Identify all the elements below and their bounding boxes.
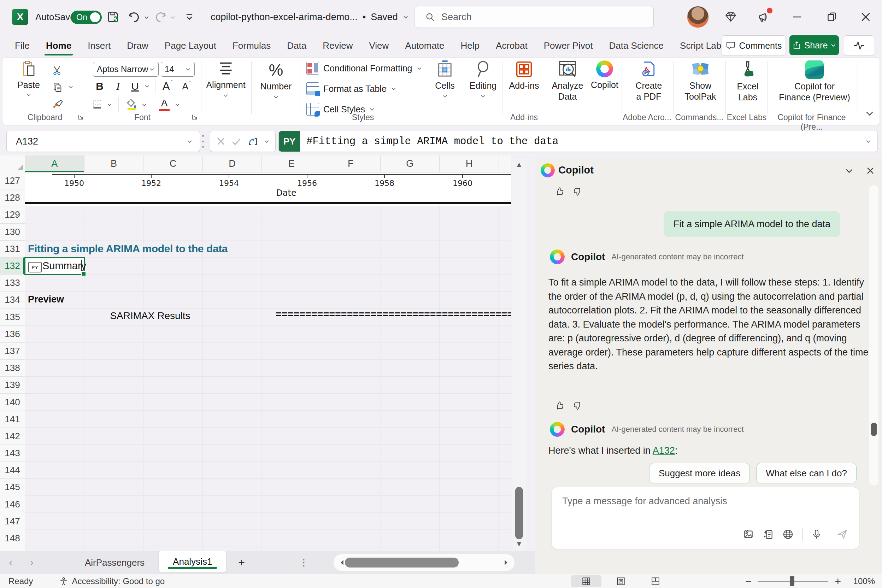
- column-header[interactable]: E: [262, 156, 321, 172]
- restore-button[interactable]: [822, 7, 842, 27]
- zoom-level[interactable]: 100%: [848, 576, 875, 586]
- excel-app-icon[interactable]: X: [12, 9, 28, 25]
- scroll-down-icon[interactable]: ▼: [512, 540, 526, 548]
- row-header[interactable]: 142: [0, 428, 25, 445]
- vertical-scrollbar-thumb[interactable]: [515, 487, 523, 539]
- excel-labs-button[interactable]: ExcelLabs: [729, 60, 766, 113]
- row-header[interactable]: 149: [0, 547, 25, 551]
- italic-button[interactable]: I: [111, 78, 126, 94]
- tab-review[interactable]: Review: [322, 40, 352, 51]
- row-header[interactable]: 139: [0, 376, 25, 394]
- pane-collapse-icon[interactable]: [844, 166, 854, 175]
- show-toolpak-button[interactable]: ShowToolPak: [677, 60, 723, 113]
- enter-check-icon[interactable]: [231, 136, 242, 146]
- bold-button[interactable]: B: [92, 78, 107, 94]
- thumbs-up-icon[interactable]: [555, 187, 565, 196]
- column-header[interactable]: H: [440, 156, 499, 172]
- cut-icon[interactable]: [50, 63, 65, 78]
- font-size-select[interactable]: 14: [161, 62, 195, 76]
- fill-color-dropdown-icon[interactable]: [140, 101, 148, 108]
- borders-dropdown-icon[interactable]: [106, 101, 113, 108]
- copilot-finance-button[interactable]: Copilot forFinance (Preview): [773, 60, 856, 113]
- cells-background[interactable]: [25, 206, 512, 551]
- sheet-nav-left-icon[interactable]: ‹: [0, 557, 21, 568]
- conditional-formatting-button[interactable]: Conditional Formatting: [306, 60, 422, 76]
- undo-dropdown-icon[interactable]: [143, 14, 150, 21]
- row-header[interactable]: 147: [0, 513, 25, 530]
- tab-help[interactable]: Help: [461, 40, 480, 51]
- cell-e135-value[interactable]: ========================================…: [276, 309, 512, 321]
- shrink-font-button[interactable]: Aˇ: [178, 78, 195, 94]
- close-button[interactable]: [856, 7, 876, 27]
- row-header[interactable]: 137: [0, 343, 25, 360]
- quick-access-customize-icon[interactable]: [181, 9, 198, 26]
- tab-draw[interactable]: Draw: [127, 40, 148, 51]
- select-all-corner[interactable]: [0, 156, 26, 173]
- row-header[interactable]: 144: [0, 462, 25, 479]
- save-icon[interactable]: [105, 9, 122, 26]
- user-avatar[interactable]: [687, 6, 709, 28]
- row-header[interactable]: 141: [0, 411, 25, 428]
- pane-close-icon[interactable]: [866, 166, 875, 175]
- font-color-dropdown-icon[interactable]: [174, 101, 181, 108]
- sheet-more-icon[interactable]: ⋮: [299, 557, 309, 568]
- copilot-input[interactable]: Type a message for advanced analysis: [551, 487, 860, 549]
- tab-insert[interactable]: Insert: [88, 40, 111, 51]
- tab-home[interactable]: Home: [46, 40, 71, 51]
- row-header[interactable]: 127: [0, 172, 25, 189]
- scroll-up-icon[interactable]: ▲: [512, 160, 526, 168]
- collapse-ribbon-icon[interactable]: [861, 106, 879, 120]
- row-header[interactable]: 132: [0, 258, 25, 274]
- tab-power-pivot[interactable]: Power Pivot: [544, 40, 593, 51]
- row-header[interactable]: 140: [0, 394, 25, 411]
- accessibility-icon[interactable]: [59, 577, 68, 586]
- pane-scrollbar-thumb[interactable]: [871, 423, 877, 436]
- search-input[interactable]: Search: [414, 6, 654, 28]
- row-header[interactable]: 130: [0, 224, 25, 241]
- tab-script-lab[interactable]: Script Lab: [680, 40, 721, 51]
- send-icon[interactable]: [836, 528, 848, 540]
- add-sheet-button[interactable]: +: [226, 551, 257, 574]
- announcements-megaphone-icon[interactable]: [754, 7, 774, 27]
- share-button[interactable]: Share: [789, 35, 839, 55]
- tab-page-layout[interactable]: Page Layout: [165, 40, 216, 51]
- horizontal-scrollbar-thumb[interactable]: [345, 558, 459, 567]
- scroll-left-icon[interactable]: [339, 559, 346, 566]
- number-group-button[interactable]: % Number: [258, 60, 294, 113]
- tab-view[interactable]: View: [369, 40, 389, 51]
- font-color-icon[interactable]: A: [157, 96, 171, 113]
- expand-formula-bar-icon[interactable]: [866, 138, 871, 144]
- row-header[interactable]: 133: [0, 274, 25, 291]
- comments-button[interactable]: Comments: [722, 35, 786, 56]
- fill-color-icon[interactable]: [125, 96, 139, 112]
- web-globe-icon[interactable]: [782, 529, 794, 540]
- copy-icon[interactable]: [50, 80, 65, 95]
- zoom-out-button[interactable]: −: [745, 575, 752, 587]
- formula-bar-resize-handle[interactable]: [202, 135, 204, 148]
- copilot-ribbon-button[interactable]: Copilot: [587, 60, 622, 113]
- thumbs-down-icon[interactable]: [573, 401, 582, 411]
- row-header[interactable]: 138: [0, 360, 25, 376]
- cell-reference-link[interactable]: A132: [652, 445, 675, 456]
- rewards-diamond-icon[interactable]: [721, 7, 741, 27]
- row-header[interactable]: 145: [0, 479, 25, 496]
- thumbs-up-icon[interactable]: [555, 401, 565, 411]
- sheet-nav-right-icon[interactable]: ›: [21, 557, 42, 568]
- tab-file[interactable]: File: [15, 40, 30, 51]
- cell-a134-value[interactable]: Preview: [28, 294, 64, 305]
- clipboard-dialog-launcher-icon[interactable]: [77, 113, 84, 120]
- underline-button[interactable]: U: [128, 78, 142, 94]
- underline-dropdown-icon[interactable]: [143, 82, 151, 90]
- microphone-icon[interactable]: [811, 529, 822, 540]
- addins-button[interactable]: Add-ins: [506, 60, 542, 113]
- python-insert-icon[interactable]: [248, 136, 259, 147]
- embedded-chart-bottom[interactable]: 1950 1952 1954 1956 1958 1960 Date: [25, 172, 512, 206]
- analyze-data-button[interactable]: AnalyzeData: [548, 60, 587, 113]
- add-image-icon[interactable]: [743, 529, 754, 540]
- row-header[interactable]: 134: [0, 291, 25, 309]
- pane-scrollbar-track[interactable]: [869, 185, 879, 486]
- zoom-in-button[interactable]: +: [835, 575, 841, 587]
- editing-group-button[interactable]: Editing: [465, 60, 501, 113]
- sheet-tab-analysis1[interactable]: Analysis1: [159, 550, 226, 573]
- document-title[interactable]: copilot-python-excel-arima-demo... • Sav…: [211, 0, 408, 34]
